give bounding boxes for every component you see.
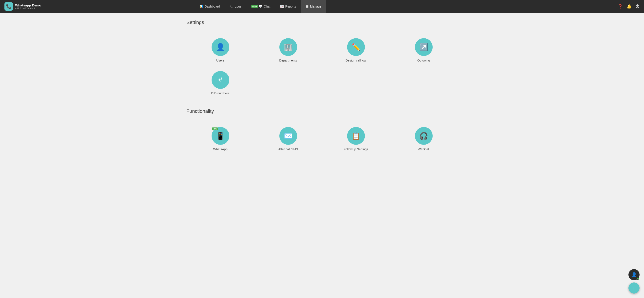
webcall-icon-circle: 🎧 bbox=[415, 127, 433, 145]
settings-item-outgoing[interactable]: ↗️ Outgoing bbox=[390, 36, 458, 64]
did-numbers-label: DID numbers bbox=[211, 91, 229, 95]
settings-item-departments[interactable]: 🏢 Departments bbox=[254, 36, 322, 64]
online-status-dot bbox=[636, 277, 639, 280]
functionality-item-webcall[interactable]: 🎧 WebCall bbox=[390, 125, 458, 153]
functionality-item-whatsapp[interactable]: NEW 📱 WhatsApp bbox=[186, 125, 254, 153]
avatar-icon: 👤 bbox=[631, 272, 637, 277]
nav-label-chat: Chat bbox=[264, 5, 270, 8]
departments-icon: 🏢 bbox=[284, 43, 293, 51]
departments-label: Departments bbox=[279, 59, 297, 62]
nav-item-chat[interactable]: NEW 💬 Chat bbox=[246, 0, 275, 13]
users-icon-circle: 👤 bbox=[212, 38, 229, 56]
settings-item-users[interactable]: 👤 Users bbox=[186, 36, 254, 64]
add-icon: + bbox=[632, 285, 636, 292]
settings-title: Settings bbox=[186, 19, 458, 25]
functionality-item-after-call-sms[interactable]: ✉️ After call SMS bbox=[254, 125, 322, 153]
whatsapp-new-badge: NEW bbox=[212, 127, 218, 130]
main-content: Settings 👤 Users 🏢 Departments ✏️ Design… bbox=[178, 13, 466, 171]
nav-right: ❓ 🔔 ⏻ bbox=[618, 4, 640, 9]
nav-item-dashboard[interactable]: 📊 Dashboard bbox=[195, 0, 225, 13]
dashboard-icon: 📊 bbox=[200, 5, 203, 8]
brand-logo-icon: 📞 bbox=[6, 4, 12, 9]
chat-icon: 💬 bbox=[259, 5, 262, 8]
brand-number: +91 22 6619 9443 bbox=[15, 7, 41, 10]
nav-links: 📊 Dashboard 📞 Logs NEW 💬 Chat 📈 Reports … bbox=[195, 0, 326, 13]
after-call-sms-icon-circle: ✉️ bbox=[279, 127, 297, 145]
settings-grid: 👤 Users 🏢 Departments ✏️ Design callflow… bbox=[186, 36, 458, 97]
brand-text: Whatsapp Demo +91 22 6619 9443 bbox=[15, 3, 41, 10]
settings-divider bbox=[186, 28, 458, 28]
functionality-section: Functionality NEW 📱 WhatsApp ✉️ After ca… bbox=[186, 108, 458, 153]
manage-icon: ☰ bbox=[306, 5, 309, 8]
reports-icon: 📈 bbox=[280, 5, 284, 8]
logs-icon: 📞 bbox=[230, 5, 233, 8]
nav-item-logs[interactable]: 📞 Logs bbox=[225, 0, 246, 13]
webcall-label: WebCall bbox=[418, 147, 430, 151]
nav-item-reports[interactable]: 📈 Reports bbox=[275, 0, 301, 13]
nav-label-logs: Logs bbox=[235, 5, 241, 8]
notifications-icon[interactable]: 🔔 bbox=[627, 4, 632, 9]
did-numbers-icon: # bbox=[218, 76, 222, 84]
whatsapp-icon: 📱 bbox=[216, 132, 225, 140]
departments-icon-circle: 🏢 bbox=[279, 38, 297, 56]
after-call-sms-label: After call SMS bbox=[278, 147, 298, 151]
after-call-sms-icon: ✉️ bbox=[284, 132, 293, 140]
followup-icon: 📋 bbox=[352, 132, 360, 140]
outgoing-label: Outgoing bbox=[417, 59, 430, 62]
whatsapp-icon-circle: NEW 📱 bbox=[212, 127, 229, 145]
followup-icon-circle: 📋 bbox=[347, 127, 365, 145]
did-numbers-icon-circle: # bbox=[212, 71, 229, 89]
nav-item-manage[interactable]: ☰ Manage bbox=[301, 0, 326, 13]
functionality-item-followup[interactable]: 📋 Followup Settings bbox=[322, 125, 390, 153]
design-callflow-icon-circle: ✏️ bbox=[347, 38, 365, 56]
floating-avatar[interactable]: 👤 bbox=[628, 269, 640, 280]
settings-item-did-numbers[interactable]: # DID numbers bbox=[186, 69, 254, 97]
power-icon[interactable]: ⏻ bbox=[636, 4, 640, 9]
settings-item-design-callflow[interactable]: ✏️ Design callflow bbox=[322, 36, 390, 64]
users-icon: 👤 bbox=[216, 43, 225, 51]
brand: 📞 Whatsapp Demo +91 22 6619 9443 bbox=[4, 2, 49, 11]
navbar: 📞 Whatsapp Demo +91 22 6619 9443 📊 Dashb… bbox=[0, 0, 644, 13]
design-callflow-label: Design callflow bbox=[346, 59, 366, 62]
users-label: Users bbox=[216, 59, 224, 62]
floating-add-button[interactable]: + bbox=[628, 283, 640, 294]
webcall-icon: 🎧 bbox=[419, 132, 428, 140]
whatsapp-label: WhatsApp bbox=[213, 147, 228, 151]
settings-section: Settings 👤 Users 🏢 Departments ✏️ Design… bbox=[186, 19, 458, 97]
outgoing-icon-circle: ↗️ bbox=[415, 38, 433, 56]
functionality-grid: NEW 📱 WhatsApp ✉️ After call SMS 📋 Follo… bbox=[186, 125, 458, 153]
nav-label-dashboard: Dashboard bbox=[205, 5, 220, 8]
nav-label-manage: Manage bbox=[310, 5, 321, 8]
nav-label-reports: Reports bbox=[285, 5, 296, 8]
outgoing-icon: ↗️ bbox=[419, 43, 428, 51]
brand-logo: 📞 bbox=[4, 2, 13, 11]
followup-label: Followup Settings bbox=[344, 147, 368, 151]
chat-new-badge: NEW bbox=[251, 5, 258, 8]
help-icon[interactable]: ❓ bbox=[618, 4, 623, 9]
functionality-title: Functionality bbox=[186, 108, 458, 114]
brand-name: Whatsapp Demo bbox=[15, 3, 41, 7]
design-callflow-icon: ✏️ bbox=[352, 43, 360, 51]
